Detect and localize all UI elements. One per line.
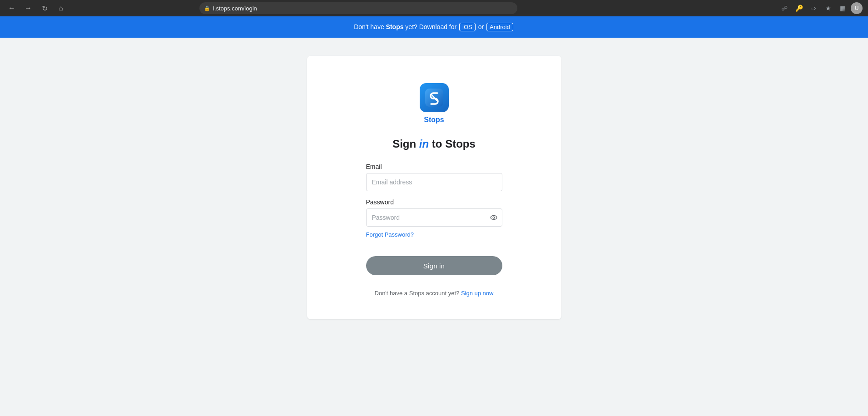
signup-text: Don't have a Stops account yet? Sign up … [366, 290, 502, 297]
app-icon-container: Stops [420, 83, 449, 124]
svg-point-2 [493, 217, 495, 218]
browser-chrome: ← → ↻ ⌂ 🔒 l.stops.com/login ☍ 🔑 ⇨ ★ ▦ U [0, 0, 868, 16]
email-input-wrapper [366, 173, 502, 191]
password-input[interactable] [366, 208, 502, 227]
signup-prompt: Don't have a Stops account yet? [375, 290, 460, 297]
login-form: Email Password Forgot Password? [366, 163, 502, 297]
share-icon[interactable]: ⇨ [807, 2, 820, 15]
location-icon[interactable]: ☍ [778, 2, 791, 15]
announcement-banner: Don't have Stops yet? Download for iOS o… [0, 16, 868, 38]
browser-actions: ☍ 🔑 ⇨ ★ ▦ U [778, 2, 863, 15]
app-name: Stops [424, 116, 444, 124]
email-label: Email [366, 163, 502, 170]
lock-icon: 🔒 [204, 5, 210, 11]
banner-text-or: or [476, 23, 486, 30]
back-button[interactable]: ← [5, 2, 18, 15]
password-group: Password Forgot Password? [366, 198, 502, 238]
forgot-password-link[interactable]: Forgot Password? [366, 231, 502, 238]
forward-button[interactable]: → [22, 2, 35, 15]
app-icon [420, 83, 449, 112]
banner-text-middle: yet? Download for [403, 23, 458, 30]
android-badge[interactable]: Android [486, 23, 513, 31]
svg-point-1 [491, 216, 497, 220]
ios-badge[interactable]: iOS [459, 23, 476, 31]
title-suffix: to Stops [429, 138, 476, 150]
password-input-wrapper [366, 208, 502, 227]
key-icon[interactable]: 🔑 [793, 2, 805, 15]
title-prefix: Sign [392, 138, 419, 150]
eye-icon [490, 213, 498, 222]
signin-button[interactable]: Sign in [366, 256, 502, 275]
email-group: Email [366, 163, 502, 191]
address-bar[interactable]: 🔒 l.stops.com/login [199, 2, 517, 14]
banner-text-prefix: Don't have [354, 23, 386, 30]
signup-link[interactable]: Sign up now [461, 290, 494, 297]
app-logo-svg [425, 89, 443, 107]
banner-brand: Stops [386, 23, 404, 30]
home-button[interactable]: ⌂ [55, 2, 67, 15]
url-display: l.stops.com/login [213, 5, 257, 12]
extensions-icon[interactable]: ▦ [836, 2, 849, 15]
reload-button[interactable]: ↻ [38, 2, 51, 15]
signin-title: Sign in to Stops [392, 138, 476, 150]
title-highlight: in [419, 138, 429, 150]
page-content: Stops Sign in to Stops Email Password [0, 38, 868, 416]
email-input[interactable] [366, 173, 502, 191]
password-toggle-button[interactable] [490, 213, 498, 222]
password-label: Password [366, 198, 502, 206]
bookmark-icon[interactable]: ★ [822, 2, 834, 15]
profile-icon[interactable]: U [851, 2, 863, 14]
login-card: Stops Sign in to Stops Email Password [307, 56, 561, 319]
